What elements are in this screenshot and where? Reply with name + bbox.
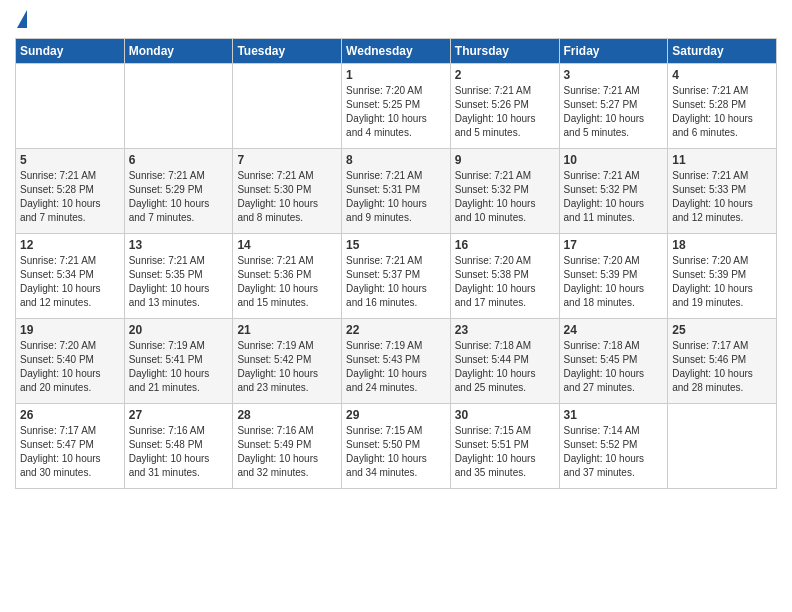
calendar-cell: 7Sunrise: 7:21 AM Sunset: 5:30 PM Daylig… bbox=[233, 149, 342, 234]
calendar-cell: 9Sunrise: 7:21 AM Sunset: 5:32 PM Daylig… bbox=[450, 149, 559, 234]
calendar-cell: 5Sunrise: 7:21 AM Sunset: 5:28 PM Daylig… bbox=[16, 149, 125, 234]
logo-triangle-icon bbox=[17, 10, 27, 28]
day-number: 5 bbox=[20, 153, 120, 167]
day-number: 10 bbox=[564, 153, 664, 167]
calendar-header-tuesday: Tuesday bbox=[233, 39, 342, 64]
calendar-cell bbox=[668, 404, 777, 489]
day-info: Sunrise: 7:18 AM Sunset: 5:44 PM Dayligh… bbox=[455, 339, 555, 395]
day-info: Sunrise: 7:19 AM Sunset: 5:42 PM Dayligh… bbox=[237, 339, 337, 395]
day-number: 14 bbox=[237, 238, 337, 252]
calendar-cell: 20Sunrise: 7:19 AM Sunset: 5:41 PM Dayli… bbox=[124, 319, 233, 404]
day-info: Sunrise: 7:20 AM Sunset: 5:39 PM Dayligh… bbox=[672, 254, 772, 310]
calendar-cell: 24Sunrise: 7:18 AM Sunset: 5:45 PM Dayli… bbox=[559, 319, 668, 404]
calendar-cell: 30Sunrise: 7:15 AM Sunset: 5:51 PM Dayli… bbox=[450, 404, 559, 489]
day-number: 6 bbox=[129, 153, 229, 167]
day-info: Sunrise: 7:21 AM Sunset: 5:31 PM Dayligh… bbox=[346, 169, 446, 225]
day-number: 11 bbox=[672, 153, 772, 167]
day-number: 27 bbox=[129, 408, 229, 422]
day-number: 12 bbox=[20, 238, 120, 252]
calendar-cell: 4Sunrise: 7:21 AM Sunset: 5:28 PM Daylig… bbox=[668, 64, 777, 149]
day-info: Sunrise: 7:21 AM Sunset: 5:26 PM Dayligh… bbox=[455, 84, 555, 140]
day-info: Sunrise: 7:20 AM Sunset: 5:38 PM Dayligh… bbox=[455, 254, 555, 310]
day-info: Sunrise: 7:15 AM Sunset: 5:50 PM Dayligh… bbox=[346, 424, 446, 480]
calendar-header-friday: Friday bbox=[559, 39, 668, 64]
calendar-cell: 27Sunrise: 7:16 AM Sunset: 5:48 PM Dayli… bbox=[124, 404, 233, 489]
day-number: 8 bbox=[346, 153, 446, 167]
day-info: Sunrise: 7:16 AM Sunset: 5:49 PM Dayligh… bbox=[237, 424, 337, 480]
calendar-cell bbox=[16, 64, 125, 149]
day-number: 17 bbox=[564, 238, 664, 252]
calendar-cell: 6Sunrise: 7:21 AM Sunset: 5:29 PM Daylig… bbox=[124, 149, 233, 234]
calendar-week-row: 26Sunrise: 7:17 AM Sunset: 5:47 PM Dayli… bbox=[16, 404, 777, 489]
calendar-cell: 2Sunrise: 7:21 AM Sunset: 5:26 PM Daylig… bbox=[450, 64, 559, 149]
day-number: 22 bbox=[346, 323, 446, 337]
day-info: Sunrise: 7:21 AM Sunset: 5:29 PM Dayligh… bbox=[129, 169, 229, 225]
calendar-header-saturday: Saturday bbox=[668, 39, 777, 64]
day-info: Sunrise: 7:20 AM Sunset: 5:40 PM Dayligh… bbox=[20, 339, 120, 395]
day-number: 21 bbox=[237, 323, 337, 337]
day-info: Sunrise: 7:21 AM Sunset: 5:30 PM Dayligh… bbox=[237, 169, 337, 225]
day-number: 28 bbox=[237, 408, 337, 422]
calendar-table: SundayMondayTuesdayWednesdayThursdayFrid… bbox=[15, 38, 777, 489]
day-number: 30 bbox=[455, 408, 555, 422]
day-number: 29 bbox=[346, 408, 446, 422]
calendar-week-row: 1Sunrise: 7:20 AM Sunset: 5:25 PM Daylig… bbox=[16, 64, 777, 149]
day-info: Sunrise: 7:21 AM Sunset: 5:32 PM Dayligh… bbox=[455, 169, 555, 225]
day-info: Sunrise: 7:20 AM Sunset: 5:39 PM Dayligh… bbox=[564, 254, 664, 310]
day-info: Sunrise: 7:21 AM Sunset: 5:37 PM Dayligh… bbox=[346, 254, 446, 310]
calendar-cell: 12Sunrise: 7:21 AM Sunset: 5:34 PM Dayli… bbox=[16, 234, 125, 319]
calendar-cell: 29Sunrise: 7:15 AM Sunset: 5:50 PM Dayli… bbox=[342, 404, 451, 489]
day-info: Sunrise: 7:21 AM Sunset: 5:34 PM Dayligh… bbox=[20, 254, 120, 310]
calendar-week-row: 5Sunrise: 7:21 AM Sunset: 5:28 PM Daylig… bbox=[16, 149, 777, 234]
day-number: 18 bbox=[672, 238, 772, 252]
day-number: 25 bbox=[672, 323, 772, 337]
calendar-cell: 1Sunrise: 7:20 AM Sunset: 5:25 PM Daylig… bbox=[342, 64, 451, 149]
calendar-header-row: SundayMondayTuesdayWednesdayThursdayFrid… bbox=[16, 39, 777, 64]
day-number: 3 bbox=[564, 68, 664, 82]
day-number: 9 bbox=[455, 153, 555, 167]
day-number: 23 bbox=[455, 323, 555, 337]
day-number: 2 bbox=[455, 68, 555, 82]
calendar-cell: 28Sunrise: 7:16 AM Sunset: 5:49 PM Dayli… bbox=[233, 404, 342, 489]
calendar-cell bbox=[124, 64, 233, 149]
day-info: Sunrise: 7:19 AM Sunset: 5:41 PM Dayligh… bbox=[129, 339, 229, 395]
calendar-cell: 25Sunrise: 7:17 AM Sunset: 5:46 PM Dayli… bbox=[668, 319, 777, 404]
calendar-cell: 13Sunrise: 7:21 AM Sunset: 5:35 PM Dayli… bbox=[124, 234, 233, 319]
day-number: 7 bbox=[237, 153, 337, 167]
calendar-cell: 15Sunrise: 7:21 AM Sunset: 5:37 PM Dayli… bbox=[342, 234, 451, 319]
day-info: Sunrise: 7:14 AM Sunset: 5:52 PM Dayligh… bbox=[564, 424, 664, 480]
calendar-cell: 18Sunrise: 7:20 AM Sunset: 5:39 PM Dayli… bbox=[668, 234, 777, 319]
day-info: Sunrise: 7:21 AM Sunset: 5:28 PM Dayligh… bbox=[672, 84, 772, 140]
calendar-cell: 14Sunrise: 7:21 AM Sunset: 5:36 PM Dayli… bbox=[233, 234, 342, 319]
day-info: Sunrise: 7:21 AM Sunset: 5:27 PM Dayligh… bbox=[564, 84, 664, 140]
day-number: 26 bbox=[20, 408, 120, 422]
calendar-cell: 22Sunrise: 7:19 AM Sunset: 5:43 PM Dayli… bbox=[342, 319, 451, 404]
calendar-cell: 10Sunrise: 7:21 AM Sunset: 5:32 PM Dayli… bbox=[559, 149, 668, 234]
day-info: Sunrise: 7:20 AM Sunset: 5:25 PM Dayligh… bbox=[346, 84, 446, 140]
day-info: Sunrise: 7:19 AM Sunset: 5:43 PM Dayligh… bbox=[346, 339, 446, 395]
calendar-header-sunday: Sunday bbox=[16, 39, 125, 64]
day-number: 31 bbox=[564, 408, 664, 422]
calendar-cell: 3Sunrise: 7:21 AM Sunset: 5:27 PM Daylig… bbox=[559, 64, 668, 149]
day-number: 15 bbox=[346, 238, 446, 252]
day-number: 1 bbox=[346, 68, 446, 82]
day-info: Sunrise: 7:17 AM Sunset: 5:47 PM Dayligh… bbox=[20, 424, 120, 480]
day-info: Sunrise: 7:16 AM Sunset: 5:48 PM Dayligh… bbox=[129, 424, 229, 480]
day-number: 20 bbox=[129, 323, 229, 337]
page-container: SundayMondayTuesdayWednesdayThursdayFrid… bbox=[0, 0, 792, 499]
calendar-cell: 16Sunrise: 7:20 AM Sunset: 5:38 PM Dayli… bbox=[450, 234, 559, 319]
day-info: Sunrise: 7:21 AM Sunset: 5:36 PM Dayligh… bbox=[237, 254, 337, 310]
calendar-cell: 31Sunrise: 7:14 AM Sunset: 5:52 PM Dayli… bbox=[559, 404, 668, 489]
day-number: 19 bbox=[20, 323, 120, 337]
day-info: Sunrise: 7:21 AM Sunset: 5:32 PM Dayligh… bbox=[564, 169, 664, 225]
header bbox=[15, 10, 777, 30]
calendar-cell: 21Sunrise: 7:19 AM Sunset: 5:42 PM Dayli… bbox=[233, 319, 342, 404]
calendar-cell bbox=[233, 64, 342, 149]
logo bbox=[15, 10, 27, 30]
calendar-cell: 19Sunrise: 7:20 AM Sunset: 5:40 PM Dayli… bbox=[16, 319, 125, 404]
day-number: 13 bbox=[129, 238, 229, 252]
calendar-cell: 17Sunrise: 7:20 AM Sunset: 5:39 PM Dayli… bbox=[559, 234, 668, 319]
day-info: Sunrise: 7:15 AM Sunset: 5:51 PM Dayligh… bbox=[455, 424, 555, 480]
calendar-cell: 23Sunrise: 7:18 AM Sunset: 5:44 PM Dayli… bbox=[450, 319, 559, 404]
calendar-header-thursday: Thursday bbox=[450, 39, 559, 64]
